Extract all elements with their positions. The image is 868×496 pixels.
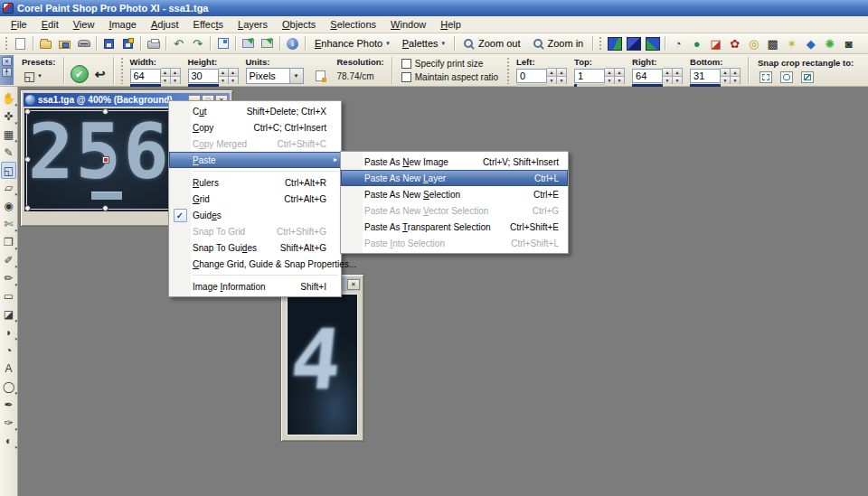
pen-tool[interactable]: ✒ bbox=[1, 396, 16, 414]
scan-button[interactable] bbox=[74, 34, 93, 52]
close-button[interactable]: ✕ bbox=[347, 279, 360, 290]
top-slider-spinner[interactable]: ▲▼ bbox=[615, 68, 625, 84]
effect-swirl-button[interactable]: ✿ bbox=[725, 34, 744, 52]
menu-item-paste-as-new-layer[interactable]: Paste As New LayerCtrl+L bbox=[341, 170, 568, 186]
print-button[interactable] bbox=[144, 34, 163, 52]
menu-item-cut[interactable]: CutShift+Delete; Ctrl+X bbox=[169, 103, 341, 119]
spin-up-button[interactable]: ▲ bbox=[557, 69, 566, 77]
effect-weave-button[interactable]: ▩ bbox=[763, 34, 782, 52]
bottom-slider-spinner[interactable]: ▲▼ bbox=[731, 68, 741, 84]
crop-rectangle[interactable] bbox=[26, 110, 185, 210]
presets-button[interactable]: ◱ ▾ bbox=[22, 68, 56, 85]
spin-up-button[interactable]: ▲ bbox=[605, 69, 614, 77]
spin-down-button[interactable]: ▼ bbox=[161, 77, 170, 84]
maintain-aspect-ratio-checkbox[interactable] bbox=[401, 72, 411, 82]
import-twain-button[interactable] bbox=[239, 34, 258, 52]
spin-up-button[interactable]: ▲ bbox=[171, 69, 180, 77]
undo-button[interactable]: ↶ bbox=[169, 34, 188, 52]
spin-up-button[interactable]: ▲ bbox=[615, 69, 624, 77]
spin-down-button[interactable]: ▼ bbox=[731, 77, 740, 84]
pan-tool[interactable]: ✋▾ bbox=[1, 89, 16, 108]
text-tool[interactable]: A bbox=[1, 360, 16, 378]
menu-item-snap-to-grid[interactable]: Snap To GridCtrl+Shift+G bbox=[169, 223, 341, 239]
spin-up-button[interactable]: ▲ bbox=[673, 69, 682, 77]
save-as-button[interactable] bbox=[118, 34, 137, 52]
width-spinner[interactable]: ▲▼ bbox=[161, 68, 171, 84]
red-eye-tool[interactable]: ◉ bbox=[1, 197, 16, 215]
spin-up-button[interactable]: ▲ bbox=[663, 69, 672, 77]
open-folder-button[interactable] bbox=[36, 34, 55, 52]
spin-up-button[interactable]: ▲ bbox=[721, 69, 730, 77]
snap-layer-opaque-icon[interactable] bbox=[780, 71, 793, 83]
redo-button[interactable]: ↷ bbox=[188, 34, 207, 52]
height-input[interactable] bbox=[188, 69, 219, 83]
menu-item-rulers[interactable]: RulersCtrl+Alt+R bbox=[169, 174, 341, 191]
selection-tool[interactable]: ▦▾ bbox=[1, 126, 16, 144]
height-value-slider[interactable] bbox=[188, 84, 219, 87]
spin-down-button[interactable]: ▼ bbox=[615, 77, 624, 84]
width-input[interactable] bbox=[130, 69, 161, 83]
toolbar-grip[interactable] bbox=[599, 36, 602, 51]
menu-file[interactable]: File bbox=[4, 16, 34, 33]
width-value-slider[interactable] bbox=[130, 84, 161, 87]
menu-item-paste[interactable]: Paste▸ bbox=[169, 152, 341, 168]
effect-ring-button[interactable]: ◙ bbox=[839, 34, 858, 52]
bottom-input[interactable] bbox=[690, 69, 721, 83]
menu-item-paste-as-new-selection[interactable]: Paste As New SelectionCtrl+E bbox=[341, 186, 568, 202]
spin-up-button[interactable]: ▲ bbox=[229, 69, 238, 77]
effect-preset-2-button[interactable] bbox=[624, 34, 643, 52]
effect-preset-1-button[interactable] bbox=[605, 34, 624, 52]
menu-adjust[interactable]: Adjust bbox=[144, 16, 186, 33]
spin-down-button[interactable]: ▼ bbox=[557, 77, 566, 84]
palette-pin-button[interactable]: ╀ bbox=[2, 68, 12, 77]
crop-tool[interactable]: ◱ bbox=[1, 162, 16, 179]
menu-item-image-information[interactable]: Image InformationShift+I bbox=[169, 278, 341, 295]
crop-pivot-marker[interactable] bbox=[102, 156, 109, 164]
spin-down-button[interactable]: ▼ bbox=[605, 77, 614, 84]
toolbar-grip[interactable] bbox=[506, 57, 510, 84]
image-canvas-1[interactable]: 2564 bbox=[24, 108, 187, 211]
height-spinner[interactable]: ▲▼ bbox=[219, 68, 229, 84]
spin-up-button[interactable]: ▲ bbox=[161, 69, 170, 77]
spin-up-button[interactable]: ▲ bbox=[219, 69, 228, 77]
spin-down-button[interactable]: ▼ bbox=[171, 77, 180, 84]
height-slider-spinner[interactable]: ▲▼ bbox=[229, 68, 239, 84]
apply-crop-button[interactable]: ✔ bbox=[71, 65, 89, 83]
right-slider-spinner[interactable]: ▲▼ bbox=[673, 68, 683, 84]
menu-objects[interactable]: Objects bbox=[275, 16, 323, 33]
crop-handle[interactable] bbox=[102, 108, 108, 115]
crop-handle[interactable] bbox=[24, 205, 31, 211]
spin-down-button[interactable]: ▼ bbox=[219, 77, 228, 84]
menu-item-paste-as-new-vector-selection[interactable]: Paste As New Vector SelectionCtrl+G bbox=[341, 202, 568, 219]
menu-layers[interactable]: Layers bbox=[231, 16, 275, 33]
effect-page-curl-button[interactable]: ◪ bbox=[706, 34, 725, 52]
save-button[interactable] bbox=[99, 34, 118, 52]
effect-burst-button[interactable]: ✺ bbox=[820, 34, 839, 52]
clear-crop-button[interactable]: ↩ bbox=[91, 65, 109, 83]
menu-effects[interactable]: Effects bbox=[186, 16, 231, 33]
right-input[interactable] bbox=[632, 69, 663, 83]
color-changer-tool[interactable]: ◔ bbox=[1, 342, 16, 360]
preset-shape-tool[interactable]: ◯▾ bbox=[1, 378, 16, 396]
swap-dimensions-button[interactable] bbox=[311, 67, 330, 85]
menu-item-snap-to-guides[interactable]: Snap To GuidesShift+Alt+G bbox=[169, 239, 341, 256]
bottom-value-slider[interactable] bbox=[690, 84, 721, 87]
left-slider-spinner[interactable]: ▲▼ bbox=[557, 68, 567, 84]
palette-grip[interactable]: ✕ ╀ bbox=[0, 55, 14, 85]
spin-up-button[interactable]: ▲ bbox=[547, 69, 556, 77]
paint-brush-tool[interactable]: ✏▾ bbox=[1, 269, 16, 287]
menu-edit[interactable]: Edit bbox=[34, 16, 66, 33]
effect-sparkle-button[interactable]: ✶ bbox=[782, 34, 801, 52]
screen-capture-button[interactable] bbox=[258, 34, 277, 52]
palette-close-button[interactable]: ✕ bbox=[2, 57, 12, 66]
units-select[interactable]: Pixels ▼ bbox=[246, 68, 304, 84]
effect-donut-button[interactable]: ◎ bbox=[744, 34, 763, 52]
menu-view[interactable]: View bbox=[66, 16, 102, 33]
menu-window[interactable]: Window bbox=[383, 16, 433, 33]
move-tool[interactable]: ✜▾ bbox=[1, 108, 16, 126]
width-slider-spinner[interactable]: ▲▼ bbox=[171, 68, 181, 84]
toolbar-grip[interactable] bbox=[120, 57, 124, 84]
browse-button[interactable] bbox=[55, 34, 74, 52]
info-button[interactable] bbox=[283, 34, 302, 52]
menu-item-paste-as-new-image[interactable]: Paste As New ImageCtrl+V; Shift+Insert bbox=[341, 154, 568, 170]
